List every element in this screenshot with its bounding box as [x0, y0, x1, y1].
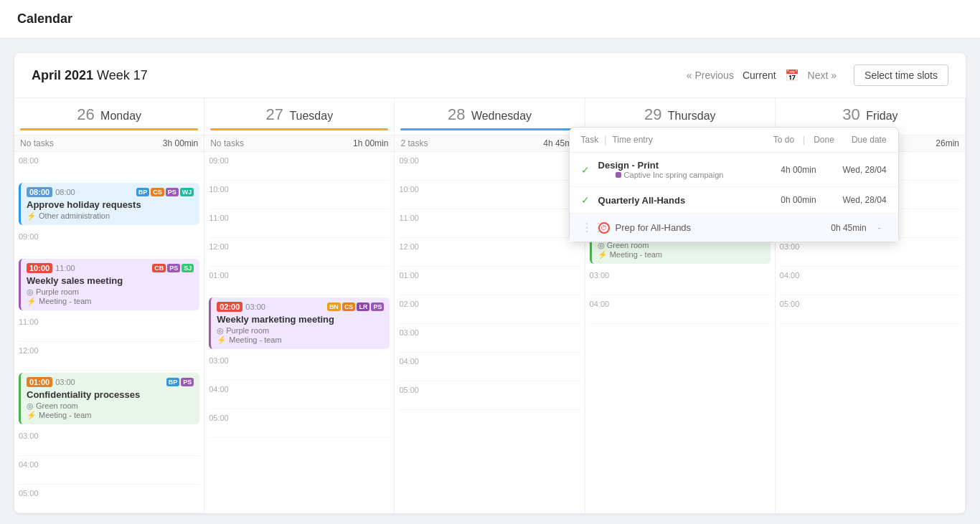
popup-col-divider: | — [803, 135, 805, 145]
event-approve-holiday[interactable]: 08:00 08:00 BP CS PS WJ Approve holiday … — [19, 183, 199, 225]
subtask-icon-prep: ⏱ — [598, 222, 610, 234]
tasks-label-monday: No tasks — [20, 138, 54, 148]
task-project-design: Captive Inc spring campaign — [624, 171, 724, 179]
task-time-design: 4h 00min — [766, 165, 816, 175]
tasks-label-tuesday: No tasks — [210, 138, 244, 148]
subtask-name-prep: Prep for All-Hands — [616, 222, 811, 233]
calendar-title: April 2021 Week 17 — [32, 68, 687, 83]
event-confidentiality[interactable]: 01:00 03:00 BP PS Confidentiality proces… — [19, 373, 199, 424]
next-nav[interactable]: Next » — [808, 70, 837, 81]
day-summary-monday: No tasks 3h 00min — [14, 135, 204, 152]
check-icon-design: ✓ — [581, 164, 593, 176]
task-row-design-print[interactable]: ✓ Design - Print Captive Inc spring camp… — [570, 153, 898, 187]
popup-divider: | — [604, 135, 606, 145]
day-number-28: 28 — [448, 105, 465, 123]
popup-todo-label: To do — [773, 135, 794, 145]
subtask-due-prep: - — [872, 223, 887, 233]
main-container: April 2021 Week 17 « Previous Current 📅 … — [14, 53, 966, 513]
previous-nav[interactable]: « Previous — [687, 70, 734, 81]
day-header-monday: 26 Monday — [14, 98, 204, 135]
day-name-wednesday: Wednesday — [471, 110, 532, 122]
task-popup: Task | Time entry To do | Done Due date … — [569, 127, 899, 242]
tasks-label-wednesday: 2 tasks — [400, 138, 428, 148]
day-column-monday: 26 Monday No tasks 3h 00min 08:00 08:00 … — [14, 98, 204, 513]
day-number-30: 30 — [842, 105, 859, 123]
calendar-grid: 26 Monday No tasks 3h 00min 08:00 08:00 … — [14, 98, 966, 513]
subtask-row-prep[interactable]: ⋮⋮ ⏱ Prep for All-Hands 0h 45min - — [570, 214, 898, 242]
day-name-friday: Friday — [866, 110, 897, 122]
time-total-monday: 3h 00min — [163, 138, 198, 148]
event-weekly-sales[interactable]: 10:00 11:00 CB PS SJ Weekly sales meetin… — [19, 259, 199, 310]
time-total-tuesday: 1h 00min — [353, 138, 388, 148]
day-name-tuesday: Tuesday — [289, 110, 333, 122]
app-title: Calendar — [17, 11, 72, 26]
day-summary-tuesday: No tasks 1h 00min — [204, 135, 394, 152]
popup-due-date-label: Due date — [852, 135, 887, 145]
event-weekly-marketing[interactable]: 02:00 03:00 BN CS LR PS Weekly marketing… — [209, 297, 390, 349]
task-row-all-hands[interactable]: ✓ Quarterly All-Hands 0h 00min Wed, 28/0… — [570, 187, 898, 214]
popup-task-label: Task — [581, 135, 599, 145]
day-column-wednesday: 28 Wednesday 2 tasks 4h 45min 09:00 10:0… — [395, 98, 585, 513]
app-header: Calendar — [0, 0, 980, 39]
day-number-27: 27 — [265, 105, 283, 123]
popup-done-label: Done — [814, 135, 834, 145]
day-column-tuesday: 27 Tuesday No tasks 1h 00min 09:00 10:00… — [204, 98, 395, 513]
task-name-design: Design - Print — [598, 160, 760, 171]
drag-handle-prep[interactable]: ⋮⋮ — [581, 221, 593, 234]
nav-controls: « Previous Current 📅 Next » — [687, 69, 837, 82]
task-name-all-hands: Quarterly All-Hands — [598, 195, 760, 206]
task-time-all-hands: 0h 00min — [766, 195, 816, 205]
current-nav[interactable]: Current — [743, 70, 776, 81]
day-body-tuesday: 09:00 10:00 11:00 12:00 01:00 02:00 03:0… — [204, 152, 394, 438]
calendar-header: April 2021 Week 17 « Previous Current 📅 … — [14, 53, 966, 98]
calendar-icon[interactable]: 📅 — [785, 69, 799, 82]
popup-time-entry-label: Time entry — [612, 135, 652, 145]
subtask-time-prep: 0h 45min — [816, 223, 867, 233]
check-icon-all-hands: ✓ — [581, 194, 593, 206]
day-header-wednesday: 28 Wednesday — [395, 98, 584, 135]
day-summary-wednesday: 2 tasks 4h 45min — [395, 135, 584, 152]
day-name-monday: Monday — [100, 110, 141, 122]
select-time-slots-button[interactable]: Select time slots — [854, 65, 948, 86]
task-due-design: Wed, 28/04 — [822, 165, 887, 175]
day-body-wednesday: 09:00 10:00 11:00 12:00 01:00 02:00 03:0… — [395, 152, 584, 410]
task-due-all-hands: Wed, 28/04 — [822, 195, 887, 205]
day-body-monday: 08:00 08:00 08:00 BP CS PS WJ Approve ho… — [14, 152, 204, 513]
popup-header: Task | Time entry To do | Done Due date — [570, 128, 898, 153]
day-name-thursday: Thursday — [668, 110, 716, 122]
day-header-tuesday: 27 Tuesday — [204, 98, 394, 135]
day-number-26: 26 — [77, 105, 94, 123]
time-total-friday: 26min — [936, 138, 959, 148]
day-number-29: 29 — [644, 105, 661, 123]
